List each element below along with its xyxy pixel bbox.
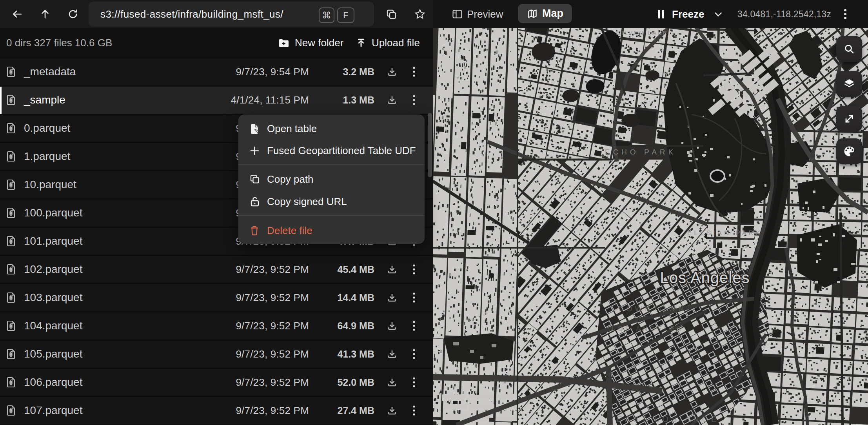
svg-text:DOWNTOWN: DOWNTOWN (618, 305, 686, 313)
svg-text:EAST LOS ANGE: EAST LOS ANGE (617, 415, 720, 423)
svg-text:Los Angeles: Los Angeles (660, 269, 750, 286)
svg-text:LOS ANGELES: LOS ANGELES (612, 325, 684, 332)
svg-text:ECHO PARK: ECHO PARK (605, 148, 677, 156)
svg-text:ELYSIAN PARK: ELYSIAN PARK (687, 229, 763, 237)
svg-text:SILVER LAKE: SILVER LAKE (616, 29, 668, 36)
